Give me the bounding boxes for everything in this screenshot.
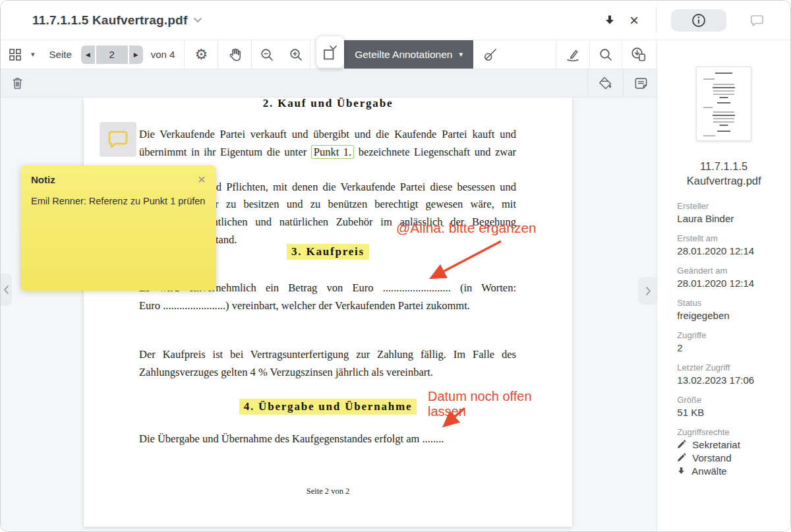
- toolbar-divider: [218, 40, 218, 69]
- toolbar-divider: [587, 69, 588, 97]
- pdf-page: 2. Kauf und Übergabe Die Verkaufende Par…: [84, 98, 572, 527]
- next-page-button[interactable]: ▶: [129, 45, 143, 64]
- field-status: Status freigegeben: [677, 297, 790, 322]
- info-icon: [691, 13, 707, 28]
- permission-vorstand: Vorstand: [677, 451, 790, 464]
- field-groesse: Größe 51 KB: [677, 394, 790, 419]
- hide-annotations-eraser-icon[interactable]: [483, 47, 498, 63]
- toolbar-divider: [589, 40, 590, 69]
- document-title: 11.7.1.1.5 Kaufvertrag.pdf: [32, 13, 187, 28]
- page-number-input[interactable]: [96, 45, 128, 64]
- header-bar: 11.7.1.1.5 Kaufvertrag.pdf ×: [1, 1, 790, 40]
- paragraph-4: Die Übergabe und Übernahme des Kaufgegen…: [139, 430, 516, 448]
- field-zugriffsrechte: Zugriffsrechte Sekretariat Vorstand Anwä…: [677, 427, 790, 477]
- chevron-right-icon: [645, 286, 651, 296]
- ink-annotation-alina[interactable]: @Alina: bitte ergänzen: [396, 220, 537, 236]
- page-layout-grid-icon[interactable]: [9, 48, 22, 61]
- metadata-fields: Ersteller Laura Binder Erstellt am 28.01…: [677, 200, 790, 477]
- fill-color-bucket-icon[interactable]: [597, 75, 614, 92]
- previous-page-button[interactable]: ◀: [81, 45, 95, 64]
- permission-sekretariat: Sekretariat: [677, 438, 790, 451]
- sidebar-document-title: 11.7.1.1.5 Kaufvertrag.pdf: [657, 159, 790, 188]
- previous-page-tab[interactable]: [1, 274, 12, 306]
- toolbar-divider: [310, 40, 310, 69]
- page-footer: Seite 2 von 2: [84, 487, 572, 496]
- note-annotation-marker[interactable]: [100, 122, 136, 157]
- section-heading-2: 2. Kauf und Übergabe: [84, 98, 572, 110]
- field-zugriffe: Zugriffe 2: [677, 330, 790, 354]
- shared-annotations-label: Geteilte Annotationen: [355, 49, 452, 61]
- toolbar-divider: [251, 40, 252, 69]
- marquee-zoom-button[interactable]: [316, 36, 344, 68]
- reference-box[interactable]: Punkt 1.: [311, 145, 354, 159]
- comment-icon[interactable]: [749, 13, 765, 28]
- field-erstellt-am: Erstellt am 28.01.2020 12:14: [677, 233, 790, 257]
- field-ersteller: Ersteller Laura Binder: [677, 200, 790, 225]
- annotation-toolbar: [1, 69, 657, 98]
- trash-icon[interactable]: [10, 76, 25, 91]
- highlight-annotation[interactable]: 4. Übergabe und Übernahme: [239, 399, 417, 415]
- sticky-note-body: Emil Renner: Referenz zu Punkt 1 prüfen: [31, 196, 206, 206]
- toolbar-divider: [623, 69, 624, 97]
- signature-pen-icon[interactable]: [565, 47, 581, 63]
- document-thumbnail[interactable]: [696, 67, 751, 141]
- shared-annotations-caret-icon: ▾: [459, 50, 463, 59]
- next-page-tab[interactable]: [638, 277, 657, 305]
- permission-anwaelte: Anwälte: [677, 464, 790, 477]
- pencil-icon: [677, 453, 686, 462]
- zoom-out-icon[interactable]: [260, 47, 274, 62]
- note-tool-icon[interactable]: [633, 76, 649, 91]
- chevron-left-icon: [3, 285, 9, 295]
- paragraph-3: Der Kaufpreis ist bei Vertragsunterferti…: [139, 346, 516, 381]
- close-icon[interactable]: ×: [630, 13, 639, 28]
- download-icon[interactable]: [604, 15, 615, 26]
- main-toolbar: ▾ Seite ◀ ▶ von 4 ⚙: [1, 40, 657, 69]
- page-total-label: von 4: [151, 49, 175, 60]
- field-geaendert-am: Geändert am 28.01.2020 12:14: [677, 265, 790, 289]
- page-label: Seite: [49, 49, 72, 60]
- zoom-in-icon[interactable]: [289, 47, 303, 62]
- pan-hand-icon[interactable]: [227, 47, 242, 62]
- field-letzter-zugriff: Letzter Zugriff 13.02.2023 17:06: [677, 362, 790, 386]
- header-divider: [656, 7, 657, 34]
- search-icon[interactable]: [599, 47, 613, 62]
- info-button[interactable]: [671, 9, 726, 32]
- settings-gear-icon[interactable]: ⚙: [194, 47, 208, 62]
- section-heading-4: 4. Übergabe und Übernahme: [84, 400, 572, 413]
- sticky-note-header: Notiz ×: [31, 174, 206, 185]
- pdf-viewer-window: 11.7.1.1.5 Kaufvertrag.pdf × ▾ Seite: [0, 0, 791, 532]
- sticky-note-title: Notiz: [31, 174, 198, 185]
- marquee-zoom-icon: [322, 43, 339, 61]
- document-viewport: 2. Kauf und Übergabe Die Verkaufende Par…: [1, 98, 657, 532]
- export-download-icon[interactable]: [630, 46, 647, 63]
- toolbar-divider: [556, 40, 556, 69]
- toolbar-divider: [622, 40, 622, 69]
- sticky-note[interactable]: Notiz × Emil Renner: Referenz zu Punkt 1…: [20, 165, 216, 291]
- sticky-note-close-icon[interactable]: ×: [198, 174, 206, 185]
- highlight-annotation[interactable]: 3. Kaufpreis: [287, 244, 369, 260]
- toolbar-divider: [184, 40, 185, 69]
- view-options-caret-icon[interactable]: ▾: [31, 50, 35, 59]
- info-sidebar: 11.7.1.1.5 Kaufvertrag.pdf Ersteller Lau…: [657, 40, 790, 532]
- page-navigation: ◀ ▶: [81, 45, 143, 64]
- shared-annotations-dropdown[interactable]: Geteilte Annotationen ▾: [344, 40, 473, 69]
- pencil-icon: [677, 440, 686, 449]
- title-chevron-down-icon[interactable]: [193, 17, 202, 23]
- download-arrow-icon: [677, 467, 686, 475]
- comment-bubble-icon: [106, 129, 130, 151]
